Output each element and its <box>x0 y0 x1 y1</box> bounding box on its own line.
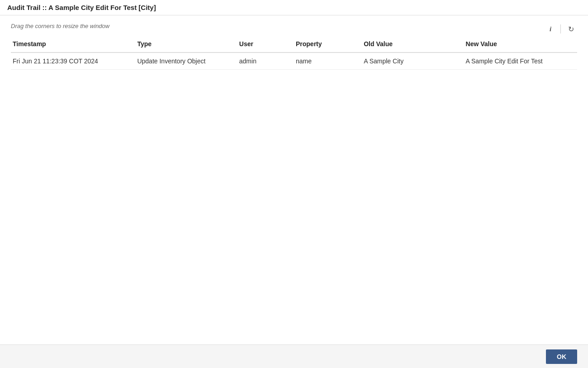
col-header-timestamp: Timestamp <box>11 37 135 53</box>
cell-new-value: A Sample City Edit For Test <box>464 53 577 70</box>
col-header-user: User <box>237 37 294 53</box>
page-title: Audit Trail :: A Sample City Edit For Te… <box>7 4 156 11</box>
cell-user: admin <box>237 53 294 70</box>
table-header-row: Timestamp Type User Property Old Value N… <box>11 37 577 53</box>
refresh-button[interactable]: ↻ <box>564 23 577 35</box>
info-icon: i <box>550 25 551 33</box>
cell-property: name <box>294 53 362 70</box>
toolbar-divider <box>560 24 561 33</box>
table-row: Fri Jun 21 11:23:39 COT 2024 Update Inve… <box>11 53 577 70</box>
cell-timestamp: Fri Jun 21 11:23:39 COT 2024 <box>11 53 135 70</box>
cell-type: Update Inventory Object <box>135 53 237 70</box>
info-button[interactable]: i <box>544 23 557 35</box>
drag-hint: Drag the corners to resize the window <box>11 23 577 29</box>
toolbar: i ↻ <box>544 23 577 35</box>
cell-old-value: A Sample City <box>362 53 464 70</box>
audit-table: Timestamp Type User Property Old Value N… <box>11 37 577 70</box>
footer: OK <box>0 344 588 368</box>
col-header-old-value: Old Value <box>362 37 464 53</box>
col-header-type: Type <box>135 37 237 53</box>
col-header-new-value: New Value <box>464 37 577 53</box>
col-header-property: Property <box>294 37 362 53</box>
refresh-icon: ↻ <box>568 25 574 33</box>
ok-button[interactable]: OK <box>546 349 577 364</box>
